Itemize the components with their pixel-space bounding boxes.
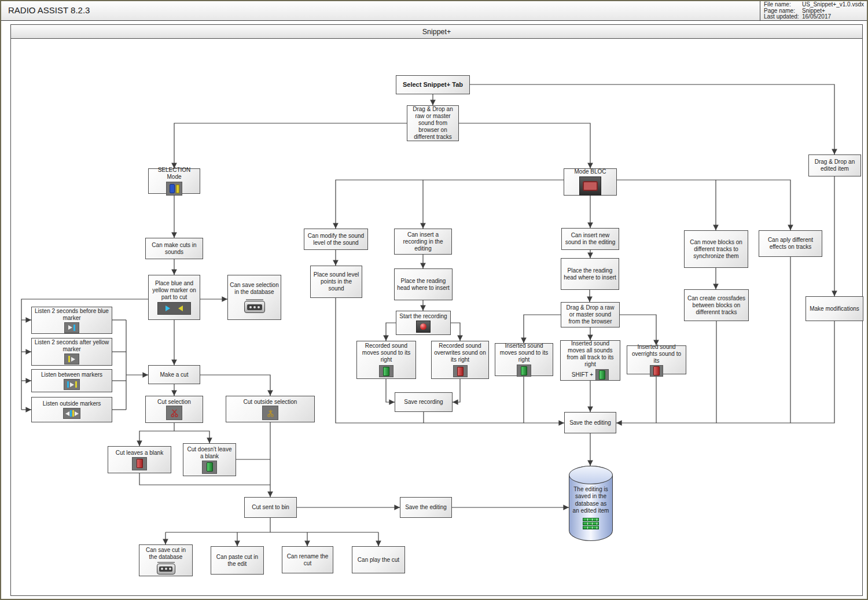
cut-blank-red-icon: [132, 457, 147, 470]
node-mode-bloc: Mode BLOC: [564, 168, 617, 196]
node-listen-between-markers: Listen between markers: [31, 369, 112, 392]
node-recorded-moves-right: Recorded sound moves sound to its right: [356, 341, 416, 379]
last-updated-value: 16/05/2017: [802, 13, 831, 20]
recorded-overwrites-red-icon: [453, 365, 468, 377]
node-listen-before-blue-marker: Listen 2 seconds before blue marker: [31, 307, 112, 334]
cut-outside-scissors-icon: [262, 406, 278, 420]
file-info-block: File name:US_Snippet+_v1.0.vsdx Page nam…: [760, 1, 862, 21]
inserted-moves-green-icon: [517, 365, 531, 377]
listen-outside-icon: [63, 408, 80, 419]
page-name-value: Snippet+: [802, 8, 825, 14]
save-database-icon: [157, 562, 175, 575]
node-cut-outside-selection: Cut outside selection: [226, 396, 315, 422]
file-name-label: File name:: [764, 2, 802, 8]
node-can-create-crossfades: Can create crossfades between blocks on …: [684, 289, 749, 321]
file-name-value: US_Snippet+_v1.0.vsdx: [802, 1, 864, 8]
listen-between-icon: [64, 379, 80, 390]
node-cut-leaves-blank: Cut leaves a blank: [108, 446, 171, 473]
listen-after-icon: [64, 354, 79, 365]
listen-before-icon: [64, 322, 79, 333]
node-cut-sent-to-bin: Cut sent to bin: [244, 497, 297, 518]
node-drag-drop-browser-sound: Drag & Drop an raw or master sound from …: [407, 105, 459, 141]
inserted-overwrites-red-icon: [650, 365, 663, 377]
header-band: RADIO ASSIST 8.2.3 File name:US_Snippet+…: [1, 1, 867, 21]
node-save-the-editing-left: Save the editing: [400, 497, 452, 518]
node-listen-outside-markers: Listen outside markers: [31, 397, 112, 422]
node-place-blue-yellow-marker: Place blue and yellow marker on part to …: [148, 275, 200, 320]
node-drag-drop-edited-item: Drag & Drop an edited item: [808, 154, 861, 176]
mode-bloc-icon: [579, 176, 601, 196]
node-make-modifications: Make modifications: [806, 296, 863, 321]
save-database-icon: [244, 299, 265, 313]
record-button-icon: [416, 321, 431, 333]
node-save-recording: Save recording: [395, 392, 453, 412]
page-title-bar: Snippet+: [10, 24, 863, 39]
node-recorded-overwrites-right: Recorded sound overwrites sound on its r…: [431, 341, 489, 379]
node-drag-drop-raw-master: Drag & Drop a raw or master sound from t…: [561, 302, 620, 327]
app-title: RADIO ASSIST 8.2.3: [8, 5, 90, 15]
shift-modifier-row: SHIFT +: [572, 369, 609, 381]
node-cut-selection: Cut selection: [145, 396, 203, 423]
node-can-play-cut: Can play the cut: [352, 546, 405, 573]
node-can-save-cut-database: Can save cut in the database: [139, 544, 193, 576]
database-cylinder: The editing is saved in the database as …: [569, 466, 613, 541]
selection-mode-icon: [166, 182, 182, 196]
page-title: Snippet+: [422, 28, 451, 36]
node-place-sound-level-points: Place sound level points in the sound: [310, 266, 362, 298]
cut-selection-scissors-icon: [166, 406, 182, 420]
node-can-make-cuts: Can make cuts in sounds: [145, 238, 203, 259]
node-place-reading-head-insert: Place the reading head where to insert: [561, 258, 619, 290]
node-can-apply-effects: Can aply different effects on tracks: [759, 230, 822, 257]
node-can-paste-cut: Can paste cut in the edit: [211, 546, 264, 575]
node-inserted-moves-right: Inserted sound moves sound to its right: [495, 343, 553, 376]
blue-yellow-marker-icon: [157, 302, 191, 315]
node-can-insert-new-sound: Can insert new sound in the editing: [561, 228, 619, 250]
node-make-a-cut: Make a cut: [148, 365, 200, 384]
node-select-snippet-tab: Select Snippet+ Tab: [396, 75, 470, 94]
node-can-rename-cut: Can rename the cut: [282, 546, 333, 573]
node-start-recording: Start the recording: [396, 311, 451, 335]
shift-green-icon: [595, 369, 609, 381]
node-place-reading-head-record: Place the reading head where to insert: [394, 268, 453, 300]
node-can-save-selection: Can save selection in the database: [227, 275, 281, 320]
node-can-move-blocks: Can move blocks on different tracks to s…: [684, 230, 748, 268]
cut-noblank-green-icon: [202, 461, 217, 474]
node-listen-after-yellow-marker: Listen 2 seconds after yellow marker: [31, 338, 112, 366]
node-selection-mode: SELECTION Mode: [148, 168, 200, 194]
cylinder-top: [569, 466, 613, 484]
node-save-the-editing-main: Save the editing: [564, 412, 616, 433]
recorded-moves-green-icon: [379, 365, 393, 377]
node-can-insert-recording: Can insert a recording in the editing: [394, 229, 452, 255]
database-disks-icon: [583, 518, 599, 529]
node-can-modify-sound-level: Can modify the sound level of the sound: [304, 229, 368, 250]
shift-label: SHIFT +: [572, 371, 593, 378]
last-updated-label: Last updated:: [764, 14, 802, 20]
node-inserted-overwrites-right: Inserted sound overrights sound to its: [627, 345, 686, 374]
node-inserted-moves-all-tracks: Inserted sound moves all sounds from all…: [560, 340, 620, 381]
cylinder-label: The editing is saved in the database as …: [572, 486, 610, 515]
node-cut-doesnt-leave-blank: Cut doesn't leave a blank: [183, 443, 236, 476]
